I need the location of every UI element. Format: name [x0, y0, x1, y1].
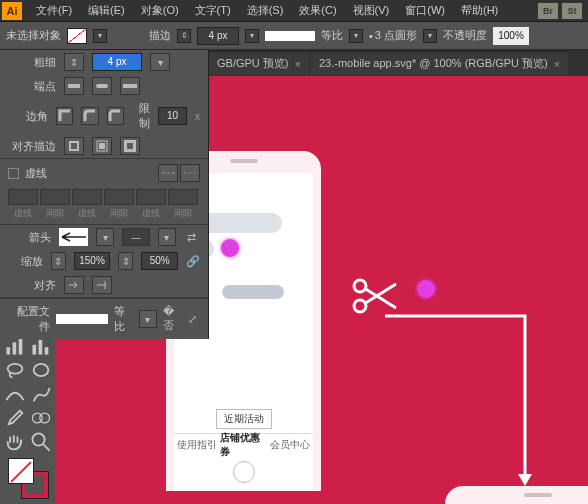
- arrow-end-select[interactable]: —: [122, 228, 149, 246]
- blend-tool-icon[interactable]: [30, 408, 52, 428]
- dash-preserve-icon[interactable]: [158, 164, 178, 182]
- limit-input[interactable]: 10: [158, 107, 187, 125]
- gap-input[interactable]: [40, 189, 70, 205]
- corner-miter-icon[interactable]: [56, 107, 73, 125]
- cta-button: 近期活动: [216, 409, 272, 429]
- align-inside-icon[interactable]: [92, 137, 112, 155]
- arrow-end-dd[interactable]: ▾: [158, 228, 176, 246]
- dash-col-label: 虚线: [136, 207, 166, 220]
- align-outside-icon[interactable]: [120, 137, 140, 155]
- menu-file[interactable]: 文件(F): [28, 1, 80, 20]
- menu-window[interactable]: 窗口(W): [397, 1, 453, 20]
- arrow-start-select[interactable]: [59, 228, 88, 246]
- stroke-type-dd[interactable]: ▾: [349, 29, 363, 43]
- doc-tab-1[interactable]: GB/GPU 预览) ×: [209, 51, 309, 75]
- dash-align-icon[interactable]: [180, 164, 200, 182]
- menu-effect[interactable]: 效果(C): [291, 1, 344, 20]
- stepper-icon[interactable]: ⇕: [51, 252, 66, 270]
- arrow-path: [380, 314, 540, 494]
- dash-col-label: 虚线: [8, 207, 38, 220]
- fill-color-icon[interactable]: [8, 458, 34, 484]
- svg-rect-11: [12, 342, 16, 354]
- dashed-checkbox[interactable]: [8, 168, 19, 179]
- dash-input[interactable]: [72, 189, 102, 205]
- swap-arrows-icon[interactable]: ⇄: [184, 228, 200, 246]
- align-label: 对齐: [8, 278, 56, 293]
- corner-round-icon[interactable]: [81, 107, 98, 125]
- tab-label: GB/GPU 预览): [217, 56, 289, 71]
- selection-handle[interactable]: [221, 239, 239, 257]
- dash-input[interactable]: [8, 189, 38, 205]
- eyedropper-tool-icon[interactable]: [4, 408, 26, 428]
- align-center-icon[interactable]: [64, 137, 84, 155]
- tab-close-icon[interactable]: ×: [295, 58, 301, 70]
- anchor-point[interactable]: [417, 280, 435, 298]
- stock-icon[interactable]: St: [562, 3, 582, 19]
- zoom-tool-icon[interactable]: [30, 432, 52, 452]
- fill-swatch[interactable]: [67, 28, 87, 44]
- opacity-input[interactable]: 100%: [493, 27, 529, 45]
- stroke-weight-input[interactable]: 4 px: [197, 27, 239, 45]
- flip-y-icon[interactable]: ⤢: [184, 310, 200, 328]
- corner-bevel-icon[interactable]: [107, 107, 124, 125]
- cap-square-icon[interactable]: [120, 77, 140, 95]
- lasso-tool-icon[interactable]: [4, 360, 26, 380]
- stroke-weight-dd[interactable]: ▾: [245, 29, 259, 43]
- stroke-profile[interactable]: [265, 31, 315, 41]
- doc-tab-2[interactable]: 23.-mobile app.svg* @ 100% (RGB/GPU 预览) …: [311, 51, 568, 75]
- profile-preview[interactable]: [56, 314, 108, 324]
- cap-round-icon[interactable]: [92, 77, 112, 95]
- fill-stroke-widget[interactable]: [8, 458, 48, 498]
- phone-speaker: [524, 493, 552, 497]
- ai-logo: Ai: [2, 2, 22, 20]
- limit-label: 限制: [132, 101, 150, 131]
- cap-butt-icon[interactable]: [64, 77, 84, 95]
- curvature-tool-icon[interactable]: [4, 384, 26, 404]
- fill-dropdown[interactable]: ▾: [93, 29, 107, 43]
- stroke-stepper[interactable]: ⇕: [177, 29, 191, 43]
- flip-x-icon[interactable]: �否: [163, 310, 179, 328]
- graph-tool-icon[interactable]: [4, 336, 26, 356]
- cap-label: 端点: [8, 79, 56, 94]
- dash-col-label: 间隙: [104, 207, 134, 220]
- hand-tool-icon[interactable]: [4, 432, 26, 452]
- stepper-icon[interactable]: ⇕: [118, 252, 133, 270]
- menu-edit[interactable]: 编辑(E): [80, 1, 133, 20]
- stepper-icon[interactable]: ⇕: [64, 53, 84, 71]
- svg-point-0: [354, 280, 366, 292]
- ellipse-tool-icon[interactable]: [30, 360, 52, 380]
- menu-view[interactable]: 视图(V): [345, 1, 398, 20]
- menu-object[interactable]: 对象(O): [133, 1, 187, 20]
- gap-input[interactable]: [168, 189, 198, 205]
- link-scale-icon[interactable]: 🔗: [186, 252, 200, 270]
- arrow-align-end-icon[interactable]: [92, 276, 112, 294]
- svg-point-17: [33, 364, 48, 376]
- profile-type: 等比: [114, 304, 133, 334]
- corner-label: 边角: [8, 109, 48, 124]
- menu-select[interactable]: 选择(S): [239, 1, 292, 20]
- scale-start-input[interactable]: 150%: [74, 252, 111, 270]
- gap-input[interactable]: [104, 189, 134, 205]
- weight-dropdown[interactable]: ▾: [150, 53, 170, 71]
- tabbar-item: 会员中心: [267, 434, 313, 455]
- arrow-align-tip-icon[interactable]: [64, 276, 84, 294]
- tabbar-item: 使用指引: [174, 434, 220, 455]
- pencil-tool-icon[interactable]: [30, 384, 52, 404]
- bridge-icon[interactable]: Br: [538, 3, 558, 19]
- arrow-start-dd[interactable]: ▾: [96, 228, 114, 246]
- menu-help[interactable]: 帮助(H): [453, 1, 506, 20]
- scale-end-input[interactable]: 50%: [141, 252, 178, 270]
- svg-point-16: [7, 364, 22, 374]
- stroke-label: 描边: [149, 28, 171, 43]
- profile-dd[interactable]: ▾: [139, 310, 157, 328]
- limit-x: x: [195, 111, 200, 122]
- scissors-icon: [350, 276, 400, 316]
- menu-type[interactable]: 文字(T): [187, 1, 239, 20]
- tab-close-icon[interactable]: ×: [554, 58, 560, 70]
- dash-input[interactable]: [136, 189, 166, 205]
- column-tool-icon[interactable]: [30, 336, 52, 356]
- weight-input[interactable]: 4 px: [92, 53, 142, 71]
- svg-rect-7: [99, 143, 105, 149]
- brush-dd[interactable]: ▾: [423, 29, 437, 43]
- no-selection-label: 未选择对象: [6, 28, 61, 43]
